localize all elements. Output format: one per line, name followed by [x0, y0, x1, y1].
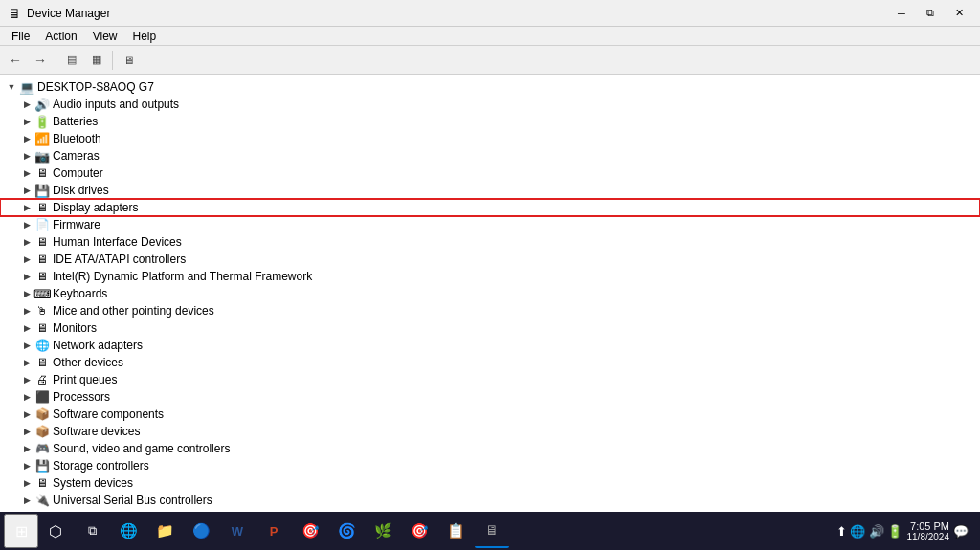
icon-batteries: 🔋	[34, 114, 50, 129]
label-intel: Intel(R) Dynamic Platform and Thermal Fr…	[53, 270, 312, 283]
arrow-disk-drives	[19, 183, 34, 198]
arrow-computer	[19, 165, 34, 181]
label-network: Network adapters	[53, 339, 143, 352]
toolbar: ← → ▤ ▦ 🖥	[0, 46, 980, 75]
arrow-bluetooth	[19, 131, 34, 146]
list-item[interactable]: 🖥 Human Interface Devices	[0, 233, 980, 251]
icon-storage: 💾	[34, 458, 50, 473]
tree-view-button[interactable]: ▤	[60, 49, 83, 72]
arrow-network	[19, 338, 34, 353]
maximize-button[interactable]: ⧉	[917, 4, 944, 23]
list-item[interactable]: 🖥 Computer	[0, 165, 980, 182]
label-bluetooth: Bluetooth	[53, 132, 101, 145]
arrow-display-adapters	[19, 200, 34, 215]
label-display-adapters: Display adapters	[53, 201, 138, 214]
list-item[interactable]: 🖥 Other devices	[0, 354, 980, 371]
taskbar-search[interactable]: ⬡	[38, 514, 73, 548]
root-icon: 💻	[19, 79, 34, 95]
taskbar-word[interactable]: W	[220, 514, 255, 548]
label-audio: Audio inputs and outputs	[53, 98, 179, 111]
taskbar-edge[interactable]: 🌐	[111, 514, 145, 548]
taskbar-explorer[interactable]: 📁	[147, 514, 182, 548]
taskbar-misc5[interactable]: 📋	[438, 514, 473, 548]
forward-button[interactable]: →	[29, 49, 52, 72]
title-bar-icon: 🖥	[8, 6, 21, 21]
taskbar-misc2[interactable]: 🌀	[329, 514, 364, 548]
close-button[interactable]: ✕	[946, 4, 972, 23]
arrow-cameras	[19, 148, 34, 164]
taskbar-misc3[interactable]: 🌿	[366, 514, 400, 548]
root-expand-arrow	[4, 79, 19, 95]
menu-help[interactable]: Help	[125, 28, 165, 45]
taskbar-icons: ⬡ ⧉ 🌐 📁 🔵 W P 🎯 🌀 🌿 🎯 📋 🖥	[38, 514, 836, 548]
menu-action[interactable]: Action	[37, 28, 84, 45]
minimize-button[interactable]: ─	[888, 4, 915, 23]
list-item[interactable]: 🔊 Audio inputs and outputs	[0, 96, 980, 113]
icon-display-adapters: 🖥	[34, 200, 50, 215]
list-item[interactable]: 📄 Firmware	[0, 216, 980, 233]
devices-by-type-button[interactable]: ▦	[85, 49, 108, 72]
device-tree: 💻 DESKTOP-S8AOQ G7 🔊 Audio inputs and ou…	[0, 75, 980, 519]
list-item[interactable]: 💾 Storage controllers	[0, 457, 980, 474]
list-item[interactable]: 🖥 Intel(R) Dynamic Platform and Thermal …	[0, 268, 980, 285]
list-item[interactable]: 📦 Software devices	[0, 423, 980, 440]
arrow-usb	[19, 493, 34, 508]
list-item[interactable]: 🔋 Batteries	[0, 113, 980, 130]
taskbar-device-manager[interactable]: 🖥	[475, 514, 509, 548]
list-item[interactable]: 🖱 Mice and other pointing devices	[0, 302, 980, 319]
arrow-monitors	[19, 320, 34, 336]
label-software-devices: Software devices	[53, 425, 140, 438]
icon-monitors: 🖥	[34, 320, 50, 336]
list-item[interactable]: 💾 Disk drives	[0, 182, 980, 199]
list-item[interactable]: 🖥 System devices	[0, 474, 980, 492]
list-item[interactable]: 🔌 Universal Serial Bus controllers	[0, 492, 980, 509]
list-item[interactable]: ⬛ Processors	[0, 388, 980, 406]
arrow-firmware	[19, 217, 34, 232]
list-item[interactable]: 📷 Cameras	[0, 147, 980, 165]
icon-intel: 🖥	[34, 269, 50, 284]
taskbar-chrome[interactable]: 🔵	[184, 514, 218, 548]
arrow-batteries	[19, 114, 34, 129]
label-batteries: Batteries	[53, 115, 98, 128]
start-button[interactable]: ⊞	[4, 514, 38, 548]
list-item[interactable]: 🖨 Print queues	[0, 371, 980, 388]
icon-audio: 🔊	[34, 97, 50, 112]
list-item[interactable]: ⌨ Keyboards	[0, 285, 980, 302]
title-bar-title: Device Manager	[27, 7, 110, 20]
list-item[interactable]: 🖥 Monitors	[0, 319, 980, 337]
taskbar-misc4[interactable]: 🎯	[402, 514, 436, 548]
arrow-audio	[19, 97, 34, 112]
arrow-ide	[19, 252, 34, 267]
label-firmware: Firmware	[53, 218, 100, 231]
label-other: Other devices	[53, 356, 123, 369]
taskbar-clock[interactable]: 7:05 PM 11/8/2024	[907, 520, 950, 542]
list-item[interactable]: 🖥 IDE ATA/ATAPI controllers	[0, 251, 980, 268]
help-button[interactable]: 🖥	[117, 49, 140, 72]
arrow-processors	[19, 389, 34, 405]
menu-view[interactable]: View	[85, 28, 125, 45]
icon-hid: 🖥	[34, 234, 50, 250]
icon-other: 🖥	[34, 355, 50, 370]
taskbar-task-view[interactable]: ⧉	[75, 514, 109, 548]
label-processors: Processors	[53, 390, 110, 404]
arrow-software-devices	[19, 424, 34, 439]
arrow-system	[19, 475, 34, 491]
label-hid: Human Interface Devices	[53, 235, 182, 249]
icon-system: 🖥	[34, 475, 50, 491]
arrow-hid	[19, 234, 34, 250]
label-sound: Sound, video and game controllers	[53, 442, 230, 455]
list-item-display-adapters[interactable]: 🖥 Display adapters	[0, 199, 980, 216]
tree-root[interactable]: 💻 DESKTOP-S8AOQ G7	[0, 78, 980, 96]
label-mice: Mice and other pointing devices	[53, 304, 214, 318]
taskbar-powerpoint[interactable]: P	[256, 514, 291, 548]
taskbar-misc1[interactable]: 🎯	[293, 514, 327, 548]
list-item[interactable]: 📶 Bluetooth	[0, 130, 980, 147]
list-item[interactable]: 📦 Software components	[0, 406, 980, 423]
menu-file[interactable]: File	[4, 28, 37, 45]
label-computer: Computer	[53, 166, 103, 180]
icon-sound: 🎮	[34, 441, 50, 456]
list-item[interactable]: 🎮 Sound, video and game controllers	[0, 440, 980, 457]
notification-icon[interactable]: 💬	[953, 524, 969, 539]
list-item[interactable]: 🌐 Network adapters	[0, 337, 980, 354]
back-button[interactable]: ←	[4, 49, 27, 72]
